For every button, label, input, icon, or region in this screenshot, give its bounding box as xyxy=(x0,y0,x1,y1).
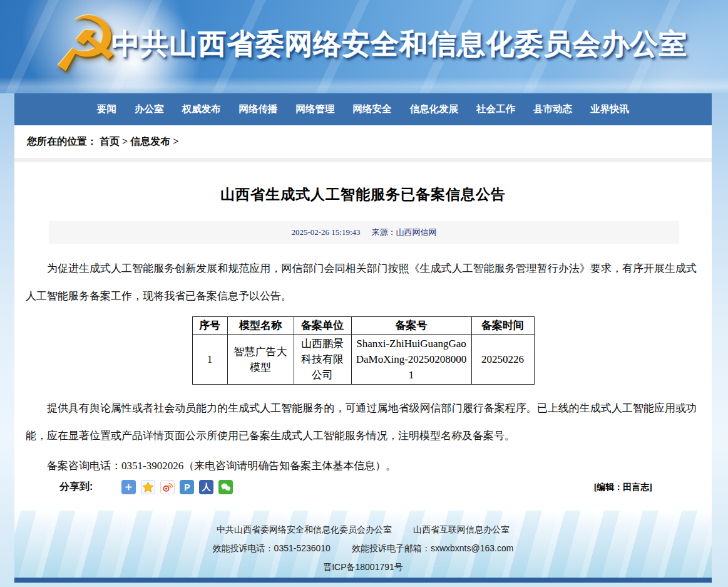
article-paragraph: 为促进生成式人工智能服务创新发展和规范应用，网信部门会同相关部门按照《生成式人工… xyxy=(26,255,697,310)
editor-credit: [编辑：田言志] xyxy=(594,482,652,493)
article: 山西省生成式人工智能服务已备案信息公告 2025-02-26 15:19:43 … xyxy=(14,162,712,511)
site-banner: ☭ 中共山西省委网络安全和信息化委员会办公室 xyxy=(0,0,728,93)
site-footer: 中共山西省委网络安全和信息化委员会办公室山西省互联网信息办公室 效能投诉电话：0… xyxy=(14,511,712,578)
breadcrumb-separator: > xyxy=(122,136,128,147)
source: 来源：山西网信网 xyxy=(372,227,437,238)
table-body: 1 智慧广告大模型 山西鹏景科技有限公司 Shanxi-ZhiHuiGuangG… xyxy=(192,335,534,385)
footer-bottom-bar xyxy=(14,578,712,583)
nav-item[interactable]: 社会工作 xyxy=(476,103,515,116)
breadcrumb-home-link[interactable]: 首页 xyxy=(100,135,120,148)
nav-item[interactable]: 办公室 xyxy=(135,103,164,116)
footer-phone: 效能投诉电话：0351-5236010 xyxy=(213,543,331,553)
breadcrumb-trailing: > xyxy=(173,136,178,147)
page: ☭ 中共山西省委网络安全和信息化委员会办公室 要闻 办公室 权威发布 网络传播 … xyxy=(0,0,728,587)
table-row: 1 智慧广告大模型 山西鹏景科技有限公司 Shanxi-ZhiHuiGuangG… xyxy=(192,335,534,385)
separator-band xyxy=(14,158,712,162)
renren-icon[interactable]: 人 xyxy=(199,480,213,494)
qzone-icon[interactable] xyxy=(141,480,155,494)
breadcrumb-section-link[interactable]: 信息发布 xyxy=(130,135,170,148)
share-more-icon[interactable] xyxy=(121,480,136,494)
main-nav: 要闻 办公室 权威发布 网络传播 网络管理 网络安全 信息化发展 社会工作 县市… xyxy=(14,93,712,125)
table-header-row: 序号 模型名称 备案单位 备案号 备案时间 xyxy=(192,317,534,335)
source-label: 来源： xyxy=(372,227,396,237)
content-wrapper: 要闻 办公室 权威发布 网络传播 网络管理 网络安全 信息化发展 社会工作 县市… xyxy=(14,93,712,583)
table-cell-registration-date: 20250226 xyxy=(471,335,534,385)
nav-item[interactable]: 网络管理 xyxy=(296,103,335,116)
nav-item[interactable]: 网络传播 xyxy=(239,103,278,116)
article-title: 山西省生成式人工智能服务已备案信息公告 xyxy=(14,185,712,204)
table-cell-model-name: 智慧广告大模型 xyxy=(227,335,294,385)
nav-item[interactable]: 业界快讯 xyxy=(590,103,629,116)
breadcrumb-label: 您所在的位置： xyxy=(27,135,97,148)
table-header-cell: 备案号 xyxy=(351,317,471,335)
table-header-cell: 备案时间 xyxy=(471,317,534,335)
footer-org1: 中共山西省委网络安全和信息化委员会办公室 xyxy=(217,524,392,534)
site-title: 中共山西省委网络安全和信息化委员会办公室 xyxy=(111,25,687,63)
tencent-weibo-icon[interactable]: P xyxy=(180,480,194,494)
breadcrumb: 您所在的位置： 首页 > 信息发布 > xyxy=(14,125,712,158)
registration-table: 序号 模型名称 备案单位 备案号 备案时间 1 智慧广告大模型 山西鹏景科技有限… xyxy=(192,316,535,385)
wechat-icon[interactable] xyxy=(218,480,233,494)
nav-item[interactable]: 县市动态 xyxy=(533,103,572,116)
share-label: 分享到: xyxy=(59,481,93,494)
nav-item[interactable]: 信息化发展 xyxy=(410,103,459,116)
nav-item[interactable]: 权威发布 xyxy=(182,103,221,116)
table-cell-registration-number: Shanxi-ZhiHuiGuangGaoDaMoXing-2025020800… xyxy=(351,335,471,385)
source-name: 山西网信网 xyxy=(396,227,437,237)
footer-email: 效能投诉电子邮箱：sxwxbxnts@163.com xyxy=(352,543,513,553)
footer-contacts: 效能投诉电话：0351-5236010效能投诉电子邮箱：sxwxbxnts@16… xyxy=(14,543,712,554)
footer-org2: 山西省互联网信息办公室 xyxy=(413,524,510,534)
share-icons: P 人 xyxy=(121,480,233,494)
table-cell-company: 山西鹏景科技有限公司 xyxy=(294,335,351,385)
article-meta-bar: 2025-02-26 15:19:43 来源：山西网信网 xyxy=(49,221,679,244)
footer-orgs: 中共山西省委网络安全和信息化委员会办公室山西省互联网信息办公室 xyxy=(14,524,712,536)
nav-item[interactable]: 要闻 xyxy=(97,103,116,116)
article-paragraph: 提供具有舆论属性或者社会动员能力的生成式人工智能服务的，可通过属地省级网信部门履… xyxy=(26,395,697,450)
nav-item[interactable]: 网络安全 xyxy=(353,103,392,116)
table-header-cell: 序号 xyxy=(192,317,227,335)
share-row: 分享到: xyxy=(14,480,712,511)
sina-weibo-icon[interactable] xyxy=(160,480,175,494)
article-paragraph: 备案咨询电话：0351-3902026（来电咨询请明确告知备案主体基本信息）。 xyxy=(26,452,697,480)
footer-icp: 晋ICP备18001791号 xyxy=(14,562,712,573)
publish-datetime: 2025-02-26 15:19:43 xyxy=(291,227,360,237)
table-header-cell: 备案单位 xyxy=(294,317,351,335)
table-header-cell: 模型名称 xyxy=(227,317,294,335)
table-cell-index: 1 xyxy=(192,335,227,385)
